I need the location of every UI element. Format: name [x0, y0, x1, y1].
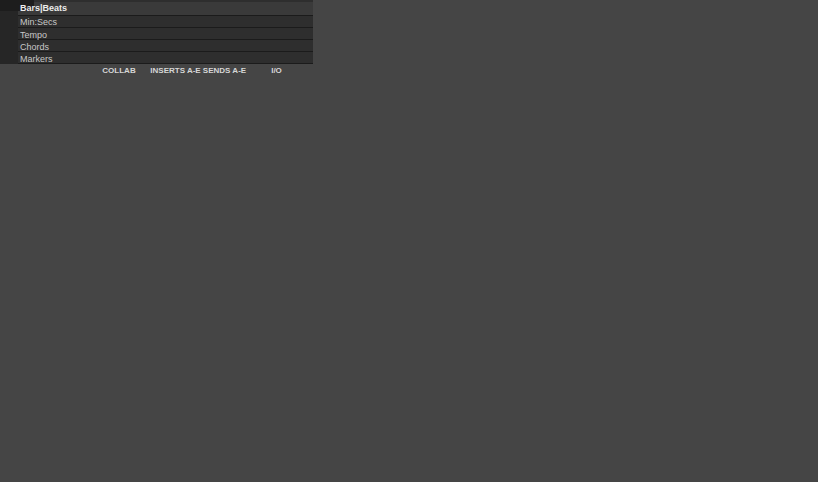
column-header-sends: SENDS A-E [201, 66, 248, 76]
ruler-row-divider [18, 63, 313, 64]
column-header-io: I/O [248, 66, 305, 76]
ruler-label-markers[interactable]: Markers [20, 53, 53, 65]
ruler-row-divider [18, 39, 313, 40]
ruler-label-chords[interactable]: Chords [20, 41, 49, 53]
ruler-label-bars-beats[interactable]: Bars|Beats [20, 2, 67, 14]
ruler-row-divider [18, 51, 313, 52]
column-header-inserts: INSERTS A-E [150, 66, 201, 76]
ruler-row-divider [18, 27, 313, 28]
ruler-label-min-secs[interactable]: Min:Secs [20, 16, 57, 28]
ruler-label-tempo[interactable]: Tempo [20, 29, 47, 41]
column-header-collab: COLLAB [88, 66, 150, 76]
pro-tools-edit-window: Bars|Beats Min:Secs Tempo Chords Markers… [0, 0, 818, 482]
